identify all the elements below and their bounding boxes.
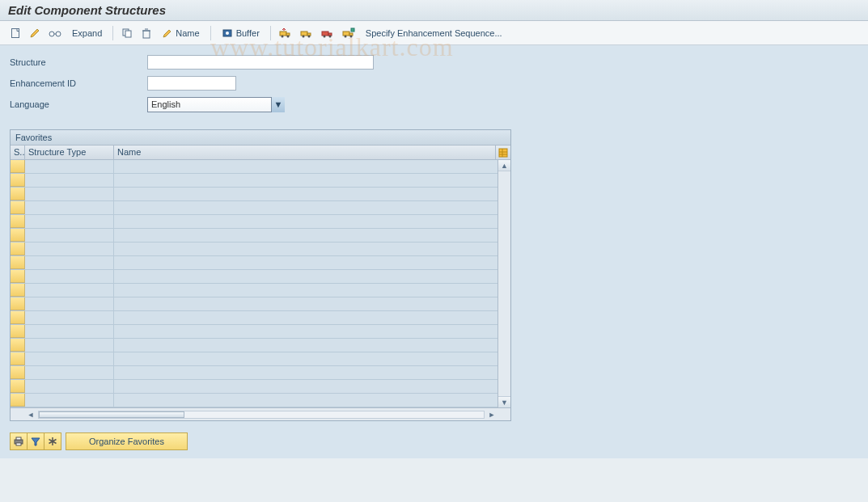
row-selector[interactable] bbox=[11, 160, 25, 173]
table-row[interactable] bbox=[11, 394, 498, 407]
refresh-button[interactable] bbox=[44, 432, 61, 450]
cell-structure-type[interactable] bbox=[25, 188, 114, 200]
cell-name[interactable] bbox=[114, 256, 498, 269]
cell-structure-type[interactable] bbox=[25, 394, 114, 407]
delete-button[interactable] bbox=[138, 24, 155, 42]
table-row[interactable] bbox=[11, 297, 498, 311]
cell-name[interactable] bbox=[114, 297, 498, 310]
row-selector[interactable] bbox=[11, 243, 25, 255]
transport-2-button[interactable] bbox=[297, 24, 316, 42]
row-selector[interactable] bbox=[11, 256, 25, 269]
cell-name[interactable] bbox=[114, 325, 498, 338]
table-row[interactable] bbox=[11, 229, 498, 243]
enhancement-id-input[interactable] bbox=[147, 76, 236, 91]
col-structure-type[interactable]: Structure Type bbox=[25, 146, 114, 159]
cell-name[interactable] bbox=[114, 394, 498, 407]
cell-structure-type[interactable] bbox=[25, 174, 114, 187]
vertical-scrollbar[interactable]: ▲ ▼ bbox=[498, 160, 510, 407]
cell-structure-type[interactable] bbox=[25, 297, 114, 310]
print-button[interactable] bbox=[10, 432, 28, 450]
cell-name[interactable] bbox=[114, 201, 498, 214]
organize-favorites-button[interactable]: Organize Favorites bbox=[66, 432, 188, 450]
copy-button[interactable] bbox=[118, 24, 136, 42]
cell-name[interactable] bbox=[114, 366, 498, 379]
cell-structure-type[interactable] bbox=[25, 201, 114, 214]
cell-structure-type[interactable] bbox=[25, 284, 114, 297]
cell-structure-type[interactable] bbox=[25, 215, 114, 228]
name-button[interactable]: Name bbox=[157, 24, 205, 42]
filter-button[interactable] bbox=[27, 432, 44, 450]
table-row[interactable] bbox=[11, 215, 498, 229]
transport-1-button[interactable] bbox=[276, 24, 295, 42]
cell-structure-type[interactable] bbox=[25, 270, 114, 283]
display-button[interactable] bbox=[45, 24, 65, 42]
row-selector[interactable] bbox=[11, 311, 25, 324]
cell-structure-type[interactable] bbox=[25, 339, 114, 352]
horizontal-scrollbar[interactable]: ◄ ► bbox=[11, 407, 510, 420]
table-row[interactable] bbox=[11, 174, 498, 188]
table-row[interactable] bbox=[11, 311, 498, 325]
cell-structure-type[interactable] bbox=[25, 352, 114, 365]
cell-structure-type[interactable] bbox=[25, 311, 114, 324]
row-selector[interactable] bbox=[11, 366, 25, 379]
row-selector[interactable] bbox=[11, 394, 25, 407]
cell-name[interactable] bbox=[114, 174, 498, 187]
scroll-right-button[interactable]: ► bbox=[486, 409, 498, 420]
hscroll-track[interactable] bbox=[38, 411, 485, 419]
transport-3-button[interactable] bbox=[318, 24, 337, 42]
row-selector[interactable] bbox=[11, 229, 25, 242]
cell-name[interactable] bbox=[114, 311, 498, 324]
configure-columns-button[interactable] bbox=[496, 146, 510, 159]
row-selector[interactable] bbox=[11, 325, 25, 338]
cell-structure-type[interactable] bbox=[25, 366, 114, 379]
expand-button[interactable]: Expand bbox=[66, 24, 108, 42]
table-row[interactable] bbox=[11, 366, 498, 380]
table-row[interactable] bbox=[11, 325, 498, 339]
edit-button[interactable] bbox=[26, 24, 44, 42]
col-name[interactable]: Name bbox=[114, 146, 496, 159]
cell-name[interactable] bbox=[114, 215, 498, 228]
specify-enhancement-button[interactable]: Specify Enhancement Sequence... bbox=[360, 24, 508, 42]
row-selector[interactable] bbox=[11, 297, 25, 310]
language-select[interactable]: English ▼ bbox=[147, 97, 285, 112]
cell-name[interactable] bbox=[114, 352, 498, 365]
table-row[interactable] bbox=[11, 380, 498, 394]
row-selector[interactable] bbox=[11, 380, 25, 393]
transport-4-button[interactable] bbox=[339, 24, 358, 42]
table-row[interactable] bbox=[11, 243, 498, 256]
structure-input[interactable] bbox=[147, 55, 374, 70]
table-row[interactable] bbox=[11, 256, 498, 270]
table-row[interactable] bbox=[11, 352, 498, 366]
cell-name[interactable] bbox=[114, 339, 498, 352]
row-selector[interactable] bbox=[11, 201, 25, 214]
row-selector[interactable] bbox=[11, 270, 25, 283]
buffer-button[interactable]: Buffer bbox=[216, 24, 265, 42]
cell-structure-type[interactable] bbox=[25, 243, 114, 255]
scroll-down-button[interactable]: ▼ bbox=[498, 396, 510, 407]
row-selector[interactable] bbox=[11, 174, 25, 187]
table-row[interactable] bbox=[11, 160, 498, 174]
cell-structure-type[interactable] bbox=[25, 160, 114, 173]
cell-name[interactable] bbox=[114, 380, 498, 393]
cell-name[interactable] bbox=[114, 188, 498, 200]
cell-structure-type[interactable] bbox=[25, 380, 114, 393]
scroll-left-button[interactable]: ◄ bbox=[25, 409, 36, 420]
row-selector[interactable] bbox=[11, 188, 25, 200]
cell-name[interactable] bbox=[114, 270, 498, 283]
cell-name[interactable] bbox=[114, 229, 498, 242]
row-selector[interactable] bbox=[11, 215, 25, 228]
cell-structure-type[interactable] bbox=[25, 256, 114, 269]
table-row[interactable] bbox=[11, 188, 498, 201]
scroll-up-button[interactable]: ▲ bbox=[498, 160, 510, 171]
table-row[interactable] bbox=[11, 339, 498, 352]
table-row[interactable] bbox=[11, 270, 498, 284]
col-select[interactable]: S.. bbox=[11, 146, 25, 159]
row-selector[interactable] bbox=[11, 284, 25, 297]
cell-name[interactable] bbox=[114, 243, 498, 255]
cell-structure-type[interactable] bbox=[25, 325, 114, 338]
row-selector[interactable] bbox=[11, 352, 25, 365]
cell-structure-type[interactable] bbox=[25, 229, 114, 242]
hscroll-thumb[interactable] bbox=[39, 411, 184, 418]
row-selector[interactable] bbox=[11, 339, 25, 352]
cell-name[interactable] bbox=[114, 160, 498, 173]
